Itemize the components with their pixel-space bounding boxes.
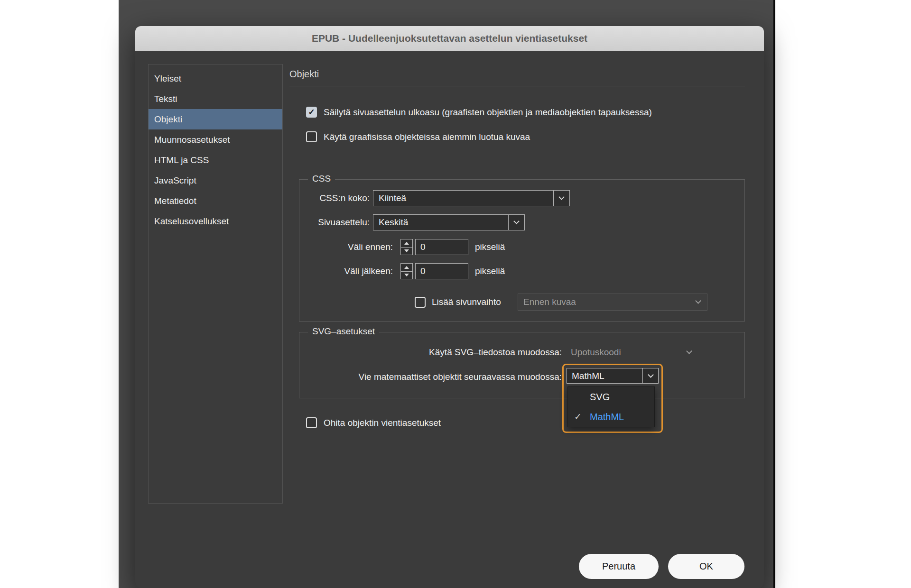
stepper-up-icon[interactable]	[401, 264, 412, 271]
use-existing-image-label: Käytä graafisissa objekteissa aiemmin lu…	[324, 132, 530, 142]
sidebar-item-metatiedot[interactable]: Metatiedot	[149, 191, 282, 211]
css-section-legend: CSS	[308, 174, 335, 184]
sidebar-item-teksti[interactable]: Teksti	[149, 89, 282, 109]
svg-section-legend: SVG–asetukset	[308, 326, 379, 337]
css-size-dropdown[interactable]: Kiinteä	[373, 190, 570, 206]
sidebar-item-katselusovellukset[interactable]: Katselusovellukset	[149, 211, 282, 231]
ok-button[interactable]: OK	[668, 554, 744, 579]
sidebar-item-yleiset[interactable]: Yleiset	[149, 68, 282, 89]
sidebar-item-objekti[interactable]: Objekti	[149, 109, 282, 129]
space-after-stepper[interactable]	[400, 263, 413, 279]
use-svg-label: Käytä SVG–tiedostoa muodossa:	[299, 344, 562, 360]
check-icon: ✓	[574, 407, 582, 427]
chevron-down-icon	[686, 348, 692, 354]
css-section: CSS CSS:n koko: Kiinteä Sivuasettelu: Ke…	[299, 179, 745, 322]
chevron-down-icon[interactable]	[508, 215, 524, 230]
page-break-checkbox[interactable]	[415, 297, 426, 308]
stepper-down-icon[interactable]	[401, 271, 412, 279]
space-before-unit: pikseliä	[475, 239, 505, 255]
page-layout-label: Sivuasettelu:	[299, 214, 370, 230]
settings-category-list: Yleiset Teksti Objekti Muunnosasetukset …	[148, 64, 283, 504]
heading-divider	[289, 86, 745, 86]
page-break-label: Lisää sivunvaihto	[432, 297, 501, 307]
math-export-dropdown-highlight: MathML SVG ✓MathML	[562, 364, 663, 433]
chevron-down-icon[interactable]	[553, 191, 569, 206]
preserve-layout-label: Säilytä sivuasettelun ulkoasu (graafiste…	[324, 107, 652, 118]
preserve-layout-row: ✓ Säilytä sivuasettelun ulkoasu (graafis…	[306, 107, 652, 118]
use-svg-dropdown[interactable]: Upotuskoodi	[569, 344, 697, 360]
css-size-label: CSS:n koko:	[299, 190, 370, 206]
preserve-layout-checkbox[interactable]: ✓	[306, 107, 317, 118]
screen: EPUB - Uudelleenjuoksutettavan asettelun…	[0, 0, 911, 588]
math-export-dropdown[interactable]: MathML	[567, 368, 659, 384]
stepper-down-icon[interactable]	[401, 247, 412, 255]
check-icon: ✓	[308, 107, 315, 117]
epub-export-dialog: EPUB - Uudelleenjuoksutettavan asettelun…	[135, 26, 764, 588]
svg-section: SVG–asetukset Käytä SVG–tiedostoa muodos…	[299, 332, 745, 398]
space-before-input[interactable]	[415, 239, 468, 255]
cancel-button[interactable]: Peruuta	[579, 554, 659, 579]
space-before-label: Väli ennen:	[299, 239, 393, 255]
ignore-export-row: Ohita objektin vientiasetukset	[306, 417, 441, 428]
space-before-stepper[interactable]	[400, 239, 413, 255]
ignore-export-checkbox[interactable]	[306, 417, 317, 428]
space-after-input[interactable]	[415, 263, 468, 279]
ignore-export-label: Ohita objektin vientiasetukset	[324, 418, 441, 428]
dialog-title: EPUB - Uudelleenjuoksutettavan asettelun…	[312, 33, 587, 44]
math-export-label: Vie matemaattiset objektit seuraavassa m…	[299, 369, 562, 385]
sidebar-item-html-ja-css[interactable]: HTML ja CSS	[149, 150, 282, 170]
math-export-menu: SVG ✓MathML	[567, 386, 655, 427]
chevron-down-icon[interactable]	[642, 368, 658, 383]
page-break-row: Lisää sivunvaihto	[415, 294, 501, 311]
page-layout-value: Keskitä	[373, 215, 508, 230]
menu-item-svg[interactable]: SVG	[568, 387, 654, 407]
use-existing-image-checkbox[interactable]	[306, 131, 317, 142]
stepper-up-icon[interactable]	[401, 239, 412, 247]
page-layout-dropdown[interactable]: Keskitä	[373, 214, 525, 230]
sidebar-item-muunnosasetukset[interactable]: Muunnosasetukset	[149, 129, 282, 150]
math-export-value: MathML	[567, 368, 642, 383]
space-after-unit: pikseliä	[475, 263, 505, 279]
space-after-label: Väli jälkeen:	[299, 263, 393, 279]
menu-item-mathml[interactable]: ✓MathML	[568, 407, 654, 427]
use-existing-image-row: Käytä graafisissa objekteissa aiemmin lu…	[306, 131, 530, 142]
dialog-titlebar[interactable]: EPUB - Uudelleenjuoksutettavan asettelun…	[135, 26, 764, 51]
use-svg-value: Upotuskoodi	[571, 347, 621, 358]
sidebar-item-javascript[interactable]: JavaScript	[149, 170, 282, 191]
menu-item-mathml-label: MathML	[590, 412, 624, 422]
chevron-down-icon	[695, 298, 701, 304]
css-size-value: Kiinteä	[373, 191, 553, 206]
page-title: Objekti	[289, 69, 319, 80]
page-break-dropdown[interactable]: Ennen kuvaa	[518, 294, 707, 311]
page-break-value: Ennen kuvaa	[523, 297, 576, 307]
